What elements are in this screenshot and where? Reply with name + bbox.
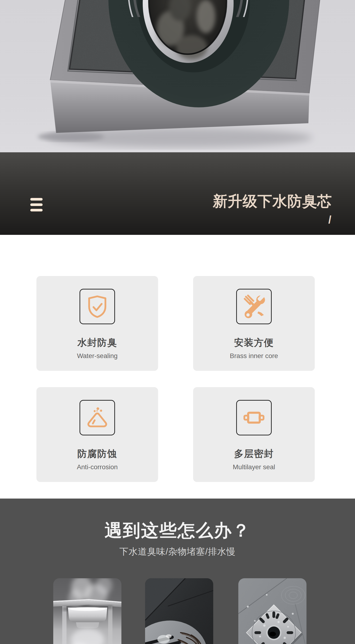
problems-subtitle: 下水道臭味/杂物堵塞/排水慢 — [0, 546, 355, 558]
hero-photo-section — [0, 0, 355, 152]
feature-subtitle: Multilayer seal — [193, 463, 315, 471]
feature-title: 多层密封 — [193, 447, 315, 460]
page: 新升级下水防臭芯 / 水封防臭 Water-sealing — [0, 0, 355, 644]
feature-card-easy-install: 安装方便 Brass inner core — [193, 276, 315, 371]
tools-icon — [240, 292, 268, 320]
menu-icon[interactable] — [30, 198, 43, 212]
shield-check-icon — [83, 292, 111, 320]
feature-card-multilayer-seal: 多层密封 Multilayer seal — [193, 387, 315, 482]
feature-title: 水封防臭 — [37, 336, 158, 349]
feature-card-anti-corrosion: 防腐防蚀 Anti-corrosion — [37, 387, 158, 482]
floor-drain-product-photo — [0, 0, 355, 152]
problems-section: 遇到这些怎么办？ 下水道臭味/杂物堵塞/排水慢 — [0, 498, 355, 644]
sewer-odor-photo — [53, 578, 121, 644]
title-banner: 新升级下水防臭芯 / — [0, 152, 355, 235]
features-grid: 水封防臭 Water-sealing — [0, 235, 355, 498]
feature-title: 防腐防蚀 — [37, 447, 158, 460]
feature-subtitle: Brass inner core — [193, 352, 315, 360]
feature-title: 安装方便 — [193, 336, 315, 349]
debris-clog-photo — [145, 578, 213, 644]
icon-frame — [80, 289, 115, 324]
gasket-icon — [240, 404, 268, 432]
icon-frame — [80, 400, 115, 436]
banner-title: 新升级下水防臭芯 — [213, 194, 332, 209]
slow-drain-photo — [238, 578, 306, 644]
icon-frame — [236, 400, 272, 436]
feature-subtitle: Anti-corrosion — [37, 463, 158, 471]
mound-icon — [83, 404, 111, 432]
banner-slash: / — [328, 213, 331, 226]
feature-card-water-sealing: 水封防臭 Water-sealing — [37, 276, 158, 371]
feature-subtitle: Water-sealing — [37, 352, 158, 360]
icon-frame — [236, 289, 272, 324]
problems-title: 遇到这些怎么办？ — [0, 519, 355, 542]
